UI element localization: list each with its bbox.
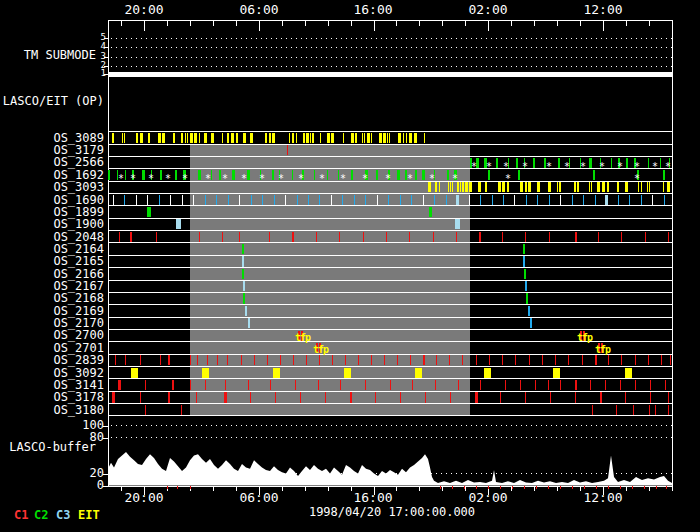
event-bar bbox=[667, 182, 670, 192]
asterisk-marker: * bbox=[505, 174, 511, 183]
event-tick bbox=[198, 170, 201, 180]
event-tick bbox=[365, 195, 366, 205]
event-tick bbox=[456, 232, 457, 242]
event-bar bbox=[485, 182, 487, 192]
event-tick bbox=[130, 232, 132, 242]
buffer-red-tick bbox=[548, 486, 549, 489]
event-tick bbox=[222, 232, 223, 242]
event-tick bbox=[125, 355, 126, 365]
buffer-red-tick bbox=[608, 486, 609, 489]
flag-marker: tfp bbox=[295, 333, 310, 342]
event-bar bbox=[320, 133, 321, 143]
event-tick bbox=[375, 392, 376, 402]
event-tick bbox=[520, 380, 521, 390]
event-bar bbox=[460, 182, 461, 192]
event-block bbox=[344, 368, 351, 378]
buffer-red-tick bbox=[584, 486, 585, 489]
bottom-time-label: 20:00 bbox=[114, 490, 174, 505]
event-bar bbox=[379, 133, 382, 143]
event-tick bbox=[386, 232, 387, 242]
event-tick bbox=[558, 158, 560, 168]
event-bar bbox=[222, 133, 223, 143]
row-label: OS_2700 bbox=[0, 330, 104, 341]
event-tick bbox=[254, 355, 255, 365]
event-tick bbox=[600, 392, 602, 402]
row-label: OS_3179 bbox=[0, 145, 104, 156]
event-tick bbox=[292, 232, 294, 242]
event-tick bbox=[560, 195, 561, 205]
row-separator-line bbox=[108, 280, 673, 281]
event-bar bbox=[136, 133, 138, 143]
event-tick bbox=[535, 380, 536, 390]
asterisk-marker: * bbox=[222, 174, 228, 183]
event-tick bbox=[505, 380, 506, 390]
asterisk-marker: * bbox=[486, 162, 492, 171]
event-tick bbox=[500, 392, 501, 402]
event-bar bbox=[199, 133, 200, 143]
event-block bbox=[147, 207, 151, 217]
event-bar bbox=[371, 133, 372, 143]
event-tick bbox=[641, 195, 642, 205]
event-tick bbox=[358, 355, 359, 365]
event-tick bbox=[621, 232, 622, 242]
event-tick bbox=[224, 392, 227, 402]
legend-c2: C2 bbox=[34, 508, 48, 522]
row-separator-line bbox=[108, 403, 673, 404]
event-tick bbox=[661, 355, 662, 365]
event-block bbox=[242, 244, 244, 254]
event-tick bbox=[550, 392, 551, 402]
event-tick bbox=[159, 195, 160, 205]
event-block bbox=[242, 256, 244, 266]
asterisk-marker: * bbox=[599, 162, 605, 171]
row-label: OS_3178 bbox=[0, 392, 104, 403]
event-tick bbox=[239, 195, 240, 205]
event-bar bbox=[158, 133, 161, 143]
top-axis-minor-tick bbox=[396, 21, 397, 26]
event-tick bbox=[342, 195, 343, 205]
event-tick bbox=[124, 195, 125, 205]
bottom-time-label: 12:00 bbox=[573, 490, 633, 505]
top-axis-minor-tick bbox=[190, 21, 191, 26]
event-tick bbox=[425, 392, 426, 402]
event-block bbox=[484, 368, 491, 378]
event-tick bbox=[516, 158, 518, 168]
event-tick bbox=[412, 380, 413, 390]
row-separator-line bbox=[108, 354, 673, 355]
event-block bbox=[523, 256, 525, 266]
event-tick bbox=[655, 405, 656, 415]
event-bar bbox=[194, 133, 197, 143]
event-tick bbox=[205, 380, 206, 390]
event-bar bbox=[409, 133, 412, 143]
row-separator-line bbox=[108, 131, 673, 132]
event-tick bbox=[217, 355, 218, 365]
row-separator-line bbox=[108, 156, 673, 157]
buffer-red-tick bbox=[632, 486, 633, 489]
asterisk-marker: * bbox=[652, 162, 658, 171]
event-bar bbox=[351, 133, 354, 143]
event-tick bbox=[433, 232, 434, 242]
event-tick bbox=[250, 392, 251, 402]
event-tick bbox=[525, 392, 526, 402]
event-bar bbox=[406, 133, 407, 143]
asterisk-marker: * bbox=[259, 174, 265, 183]
event-bar bbox=[520, 182, 523, 192]
row-separator-line bbox=[108, 329, 673, 330]
buffer-red-tick bbox=[440, 486, 441, 489]
event-bar bbox=[112, 133, 114, 143]
event-bar bbox=[591, 182, 592, 192]
bottom-axis-minor-tick bbox=[672, 487, 673, 491]
event-tick bbox=[572, 195, 573, 205]
event-tick bbox=[592, 405, 593, 415]
event-tick bbox=[108, 170, 110, 180]
event-tick bbox=[316, 232, 317, 242]
event-tick bbox=[269, 232, 270, 242]
bottom-axis-minor-tick bbox=[213, 487, 214, 491]
event-bar bbox=[306, 133, 309, 143]
event-tick bbox=[140, 392, 141, 402]
event-tick bbox=[422, 170, 425, 180]
buffer-red-tick bbox=[500, 486, 501, 489]
event-tick bbox=[318, 380, 319, 390]
top-axis-minor-tick bbox=[649, 21, 650, 26]
event-block bbox=[202, 368, 209, 378]
event-bar bbox=[327, 133, 330, 143]
